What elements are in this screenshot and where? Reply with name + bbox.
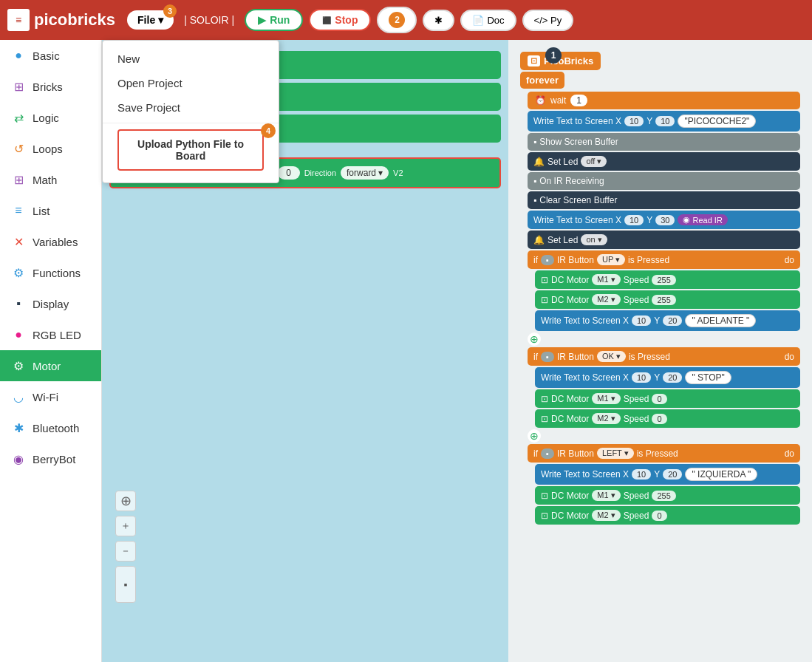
speed-0b[interactable]: 0 [652,511,666,521]
blocks-canvas[interactable]: ⊡ PicoBricks forever ⏰ wait 1 Write Text… [514,46,806,656]
logo-text: picobricks [34,10,115,30]
forever-block[interactable]: forever [520,72,564,89]
run-button[interactable]: ▶ ▶ Run Run [245,9,303,31]
m2-val-0b[interactable]: M2 ▾ [592,510,620,521]
set-led-on-block[interactable]: 🔔 Set Led on ▾ [528,231,800,249]
x-val-1[interactable]: 10 [624,116,644,126]
if-ir-ok-block[interactable]: if ▪ IR Button OK ▾ is Pressed do [528,347,800,366]
upload-python-button[interactable]: Upload Python File to Board [117,129,264,171]
speed-255-1[interactable]: 255 [652,275,675,285]
ir-direction-2[interactable]: OK ▾ [597,351,626,362]
sidebar-item-bricks[interactable]: ⊞ Bricks [0,71,101,102]
dc-motor-m1-label: DC Motor [551,275,589,285]
y-val-2[interactable]: 30 [655,215,675,225]
sidebar-item-logic[interactable]: ⇄ Logic [0,102,101,133]
write-stop-block[interactable]: Write Text to Screen X 10 Y 20 " STOP" [535,367,800,388]
rgbled-icon: ● [10,327,27,343]
y-adelante[interactable]: 20 [663,315,682,326]
set-led-off-block[interactable]: 🔔 Set Led off ▾ [528,152,800,171]
adelante-str[interactable]: " ADELANTE " [685,314,756,327]
speed-255-2[interactable]: 255 [652,295,675,305]
sidebar-item-math[interactable]: ⊞ Math [0,164,101,195]
badge-2: 2 [389,12,405,28]
show-screen-buffer-block[interactable]: ▪ Show Screen Buffer [528,133,800,151]
scroll-area[interactable]: ▪ [115,566,136,603]
dc-motor-m1-255b[interactable]: ⊡ DC Motor M1 ▾ Speed 255 [535,486,800,505]
crosshair-button[interactable]: ⊕ [115,491,136,511]
dc-motor-m1-0[interactable]: ⊡ DC Motor M1 ▾ Speed 0 [535,389,800,408]
badge2-button[interactable]: 2 [377,7,417,33]
speed-0-2[interactable]: 0 [652,414,666,424]
dc-motor-m2-255[interactable]: ⊡ DC Motor M2 ▾ Speed 255 [535,290,800,309]
sidebar-item-list[interactable]: ≡ List [0,195,101,226]
ir-direction-1[interactable]: UP ▾ [597,254,625,265]
izq-str[interactable]: " IZQUIERDA " [685,468,757,481]
m2-val-1[interactable]: M2 ▾ [592,294,620,305]
text-val-1[interactable]: "PICOCOCHE2" [678,115,756,128]
plus-button-1[interactable]: ⊕ [528,332,541,346]
show-screen-buffer-label: Show Screen Buffer [539,137,618,147]
file-menu-button[interactable]: File ▾ 3 [127,10,174,30]
sidebar-item-variables[interactable]: ✕ Variables [0,226,101,257]
x-izq[interactable]: 10 [632,469,651,480]
sidebar-item-loops[interactable]: ↺ Loops [0,133,101,164]
speed-255b[interactable]: 255 [652,491,675,501]
dc-m1-255b-label: DC Motor [551,491,589,501]
led-off-val[interactable]: off ▾ [581,156,607,167]
bluetooth-button[interactable]: ✱ [423,10,454,31]
ir-direction-3[interactable]: LEFT ▾ [597,448,634,459]
doc-button[interactable]: 📄 Doc [460,10,516,31]
zoom-in-button[interactable]: ＋ [115,516,136,536]
on-ir-receiving-block[interactable]: ▪ On IR Receiving [528,172,800,190]
dc-motor-m2-0b[interactable]: ⊡ DC Motor M2 ▾ Speed 0 [535,506,800,525]
m1-val-1[interactable]: M1 ▾ [592,274,620,285]
if-ir-up-block[interactable]: if ▪ IR Button UP ▾ is Pressed do [528,250,800,269]
sidebar-item-functions[interactable]: ⚙ Functions [0,257,101,288]
sidebar-item-basic[interactable]: ● Basic [0,40,101,71]
sidebar-label-logic: Logic [33,112,59,124]
py-button[interactable]: </> Py [522,10,574,31]
y-stop[interactable]: 20 [663,372,682,383]
m1-val-255b[interactable]: M1 ▾ [592,490,620,501]
led-on-val[interactable]: on ▾ [581,234,607,245]
dc-motor-m2-0[interactable]: ⊡ DC Motor M2 ▾ Speed 0 [535,409,800,428]
menu-new[interactable]: New [103,47,279,71]
plus-icon: ＋ [120,519,131,533]
m2-val-0[interactable]: M2 ▾ [592,413,620,424]
write-text-block-2[interactable]: Write Text to Screen X 10 Y 30 ◉ Read IR [528,211,800,229]
write-adelante-block[interactable]: Write Text to Screen X 10 Y 20 " ADELANT… [535,310,800,331]
sidebar-item-berrybot[interactable]: ◉ BerryBot [0,443,101,474]
y-val-1[interactable]: 10 [655,116,675,126]
wait-block[interactable]: ⏰ wait 1 [528,92,800,109]
speed-input[interactable]: 0 [278,166,300,180]
dc-motor-m1-255[interactable]: ⊡ DC Motor M1 ▾ Speed 255 [535,270,800,289]
menu-open-project[interactable]: Open Project [103,71,279,95]
plus-button-2[interactable]: ⊕ [528,429,541,443]
stop-str[interactable]: " STOP" [685,371,731,384]
clear-screen-buffer-block[interactable]: ▪ Clear Screen Buffer [528,191,800,209]
logic-icon: ⇄ [10,109,27,126]
sidebar-item-bluetooth[interactable]: ✱ Bluetooth [0,412,101,443]
functions-icon: ⚙ [10,265,27,281]
menu-save-project[interactable]: Save Project [103,95,279,120]
dir-select[interactable]: forward ▾ [341,166,389,180]
x-stop[interactable]: 10 [632,372,651,383]
sidebar-item-display[interactable]: ▪ Display [0,288,101,319]
if-ir-left-block[interactable]: if ▪ IR Button LEFT ▾ is Pressed do [528,444,800,463]
wait-val[interactable]: 1 [570,95,587,106]
stop-button[interactable]: ⬛ Stop [309,9,371,31]
sidebar-item-motor[interactable]: ⚙ Motor [0,350,101,381]
speed-0-1[interactable]: 0 [652,394,666,404]
x-val-2[interactable]: 10 [624,215,644,225]
sidebar-item-rgbled[interactable]: ● RGB LED [0,319,101,350]
m1-val-0[interactable]: M1 ▾ [592,393,620,404]
x-adelante[interactable]: 10 [632,315,651,326]
list-icon: ≡ [10,202,27,219]
write-text-block-1[interactable]: Write Text to Screen X 10 Y 10 "PICOCOCH… [528,111,800,132]
write-izquierda-block[interactable]: Write Text to Screen X 10 Y 20 " IZQUIER… [535,464,800,485]
read-ir-btn[interactable]: ◉ Read IR [678,214,727,225]
y-izq[interactable]: 20 [663,469,682,480]
dc-motor-m2-label: DC Motor [551,295,589,305]
zoom-out-button[interactable]: － [115,541,136,562]
sidebar-item-wifi[interactable]: ◡ Wi-Fi [0,381,101,412]
